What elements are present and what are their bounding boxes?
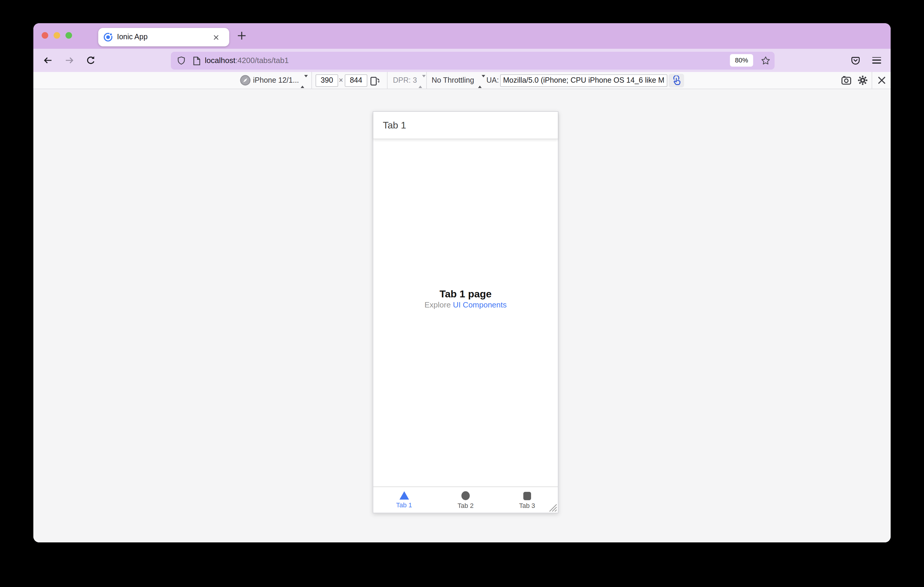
ionic-favicon-icon <box>103 32 113 42</box>
dpr-stepper-icon[interactable] <box>419 77 423 84</box>
url-text: localhost:4200/tabs/tab1 <box>205 51 289 69</box>
macos-minimize-button[interactable] <box>53 32 60 39</box>
page-title: Tab 1 <box>383 112 406 138</box>
throttling-selector[interactable]: No Throttling <box>432 72 474 89</box>
app-menu-icon[interactable] <box>872 57 881 64</box>
zoom-level-badge[interactable]: 80% <box>730 54 753 67</box>
explore-prefix: Explore <box>424 300 453 309</box>
tab-title: Ionic App <box>117 28 148 46</box>
browser-tab-strip: Ionic App <box>33 23 891 49</box>
touch-pointer-icon <box>672 75 681 86</box>
macos-close-button[interactable] <box>41 32 48 39</box>
rdm-toolbar: iPhone 12/1... × DPR: 3 No Throttling UA… <box>33 72 891 89</box>
tab-label: Tab 2 <box>457 502 474 509</box>
tab-label: Tab 3 <box>519 502 535 509</box>
shield-icon[interactable] <box>177 56 186 65</box>
settings-gear-icon[interactable] <box>857 75 868 86</box>
device-viewport: Tab 1 Tab 1 page Explore UI Components T… <box>373 111 558 513</box>
tab-button-tab2[interactable]: Tab 2 <box>435 487 497 513</box>
dimension-times-label: × <box>339 72 343 89</box>
rdm-content-area: Tab 1 Tab 1 page Explore UI Components T… <box>33 89 891 543</box>
url-host: localhost <box>205 56 236 64</box>
user-agent-input[interactable] <box>500 74 667 87</box>
device-compass-icon <box>240 75 251 86</box>
close-rdm-icon[interactable] <box>877 76 886 85</box>
page-info-icon[interactable] <box>193 56 201 65</box>
viewport-resize-handle[interactable] <box>548 503 557 512</box>
explore-text: Explore UI Components <box>373 300 558 310</box>
screenshot-stage: Ionic App <box>0 0 924 587</box>
viewport-height-input[interactable] <box>345 74 367 87</box>
bookmark-star-icon[interactable] <box>761 56 771 65</box>
touch-simulation-button[interactable] <box>668 74 684 87</box>
device-selector-stepper-icon[interactable] <box>301 77 305 84</box>
ui-components-link[interactable]: UI Components <box>453 300 507 309</box>
reload-icon[interactable] <box>86 55 96 66</box>
browser-nav-toolbar: localhost:4200/tabs/tab1 80% <box>33 49 891 72</box>
toolbar-separator <box>871 72 872 89</box>
screenshot-camera-icon[interactable] <box>841 76 851 85</box>
tab-label: Tab 1 <box>396 501 412 508</box>
browser-window: Ionic App <box>33 23 891 543</box>
main-heading: Tab 1 page <box>373 288 558 300</box>
tab-close-icon[interactable] <box>212 34 219 41</box>
pocket-icon[interactable] <box>850 56 860 65</box>
browser-tab[interactable]: Ionic App <box>98 28 229 46</box>
toolbar-separator <box>311 72 312 89</box>
throttling-stepper-icon[interactable] <box>478 77 482 84</box>
url-bar[interactable]: localhost:4200/tabs/tab1 80% <box>171 51 775 69</box>
ellipse-icon <box>461 491 470 500</box>
toolbar-separator <box>426 72 427 89</box>
back-icon[interactable] <box>43 55 53 66</box>
ionic-header: Tab 1 <box>373 112 558 139</box>
toolbar-separator <box>387 72 388 89</box>
triangle-icon <box>399 491 409 500</box>
rotate-viewport-icon[interactable] <box>370 75 380 86</box>
square-icon <box>523 492 531 500</box>
dpr-selector[interactable]: DPR: 3 <box>393 72 417 89</box>
new-tab-button[interactable] <box>237 31 246 40</box>
tab-button-tab1[interactable]: Tab 1 <box>373 487 435 513</box>
ua-label: UA: <box>487 72 499 89</box>
forward-icon[interactable] <box>64 55 74 66</box>
url-path: :4200/tabs/tab1 <box>236 56 289 64</box>
macos-zoom-button[interactable] <box>65 32 72 39</box>
viewport-width-input[interactable] <box>315 74 338 87</box>
ionic-tab-bar: Tab 1 Tab 2 Tab 3 <box>373 487 558 513</box>
device-selector[interactable]: iPhone 12/1... <box>253 72 299 89</box>
